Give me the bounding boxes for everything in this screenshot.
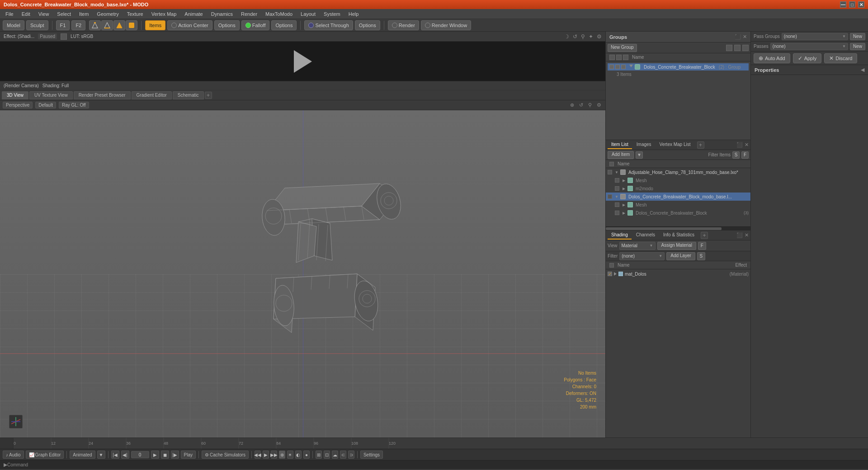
tab-3d-view[interactable]: 3D View <box>2 91 28 99</box>
settings-btn[interactable]: Settings <box>360 451 383 459</box>
close-button[interactable]: ✕ <box>858 1 864 8</box>
vp-icon-3[interactable]: ⚲ <box>586 102 594 109</box>
command-input[interactable] <box>32 461 864 469</box>
pass-groups-new-btn[interactable]: New <box>850 33 865 40</box>
animated-btn[interactable]: Animated <box>70 451 95 459</box>
falloff-options-btn[interactable]: Options <box>271 20 297 30</box>
mat-expand-arrow[interactable] <box>614 272 617 276</box>
vp-icon-1[interactable]: ⊕ <box>568 102 576 109</box>
item-row-mesh-2[interactable]: ▶ Mesh <box>606 201 750 209</box>
f1-btn[interactable]: F1 <box>56 20 70 30</box>
group-item[interactable]: Dolos_Concrete_Breakwater_Block (2) : Gr… <box>608 63 749 70</box>
menu-animate[interactable]: Animate <box>181 10 206 18</box>
tab-info-statistics[interactable]: Info & Statistics <box>660 231 698 240</box>
items-btn[interactable]: Items <box>145 20 165 30</box>
f2-btn[interactable]: F2 <box>71 20 85 30</box>
groups-content[interactable]: Dolos_Concrete_Breakwater_Block (2) : Gr… <box>606 61 750 140</box>
item-vis-toggle[interactable] <box>608 170 612 174</box>
tab-render-preset[interactable]: Render Preset Browser <box>74 91 131 99</box>
assign-material-btn[interactable]: Assign Material <box>657 242 696 250</box>
anim-ctrl-5[interactable]: ⚙ <box>597 33 602 40</box>
item-vis-toggle-m2modo[interactable] <box>615 186 619 191</box>
vp-icon-2[interactable]: ↺ <box>577 102 585 109</box>
pb-icon-10[interactable]: ☁ <box>332 451 338 459</box>
group-vis-icon[interactable] <box>609 55 615 60</box>
pass-groups-select[interactable]: (none) ▼ <box>782 33 848 40</box>
add-item-btn[interactable]: Add Item <box>608 151 634 159</box>
play-label-btn[interactable]: Play <box>181 451 196 459</box>
item-vis-toggle-dolos[interactable] <box>608 194 612 199</box>
passes-new-btn[interactable]: New <box>850 43 865 50</box>
shading-s-btn[interactable]: S <box>697 252 705 260</box>
default-label[interactable]: Default <box>35 102 56 108</box>
sel-face-btn[interactable] <box>113 20 125 30</box>
go-start-btn[interactable]: |◀ <box>111 451 119 459</box>
item-row-dolos[interactable]: ▼ Dolos_Concrete_Breakwater_Block_modo_b… <box>606 193 750 201</box>
tab-vertex-map-list[interactable]: Vertex Map List <box>656 141 694 149</box>
item-row-m2modo[interactable]: ▶ m2modo <box>606 184 750 193</box>
step-fwd-btn[interactable]: |▶ <box>171 451 179 459</box>
group-lock-toggle[interactable] <box>621 65 626 69</box>
pb-icon-8[interactable]: ⊞ <box>316 451 322 459</box>
menu-view[interactable]: View <box>35 10 53 18</box>
tab-item-list[interactable]: Item List <box>608 141 632 149</box>
play-btn-bottom[interactable]: ▶ <box>151 451 159 459</box>
add-shading-tab[interactable]: + <box>701 232 708 239</box>
anim-ctrl-4[interactable]: ✦ <box>589 33 593 40</box>
tab-schematic[interactable]: Schematic <box>173 91 204 99</box>
anim-ctrl-2[interactable]: ↺ <box>573 33 577 40</box>
filter-select[interactable]: (none) ▼ <box>619 252 665 260</box>
pb-icon-9[interactable]: ⊡ <box>324 451 330 459</box>
tab-shading[interactable]: Shading <box>608 231 632 240</box>
menu-render[interactable]: Render <box>237 10 261 18</box>
graph-editor-btn[interactable]: 📈 Graph Editor <box>26 451 64 459</box>
groups-col-icon-2[interactable] <box>734 45 741 51</box>
tab-images[interactable]: Images <box>633 141 655 149</box>
group-vis-toggle[interactable] <box>609 65 614 69</box>
add-layer-btn[interactable]: Add Layer <box>666 252 695 260</box>
animated-dropdown[interactable]: ▼ <box>97 451 105 459</box>
view-select[interactable]: Material ▼ <box>619 242 656 250</box>
item-vis-toggle-mesh2[interactable] <box>615 202 619 207</box>
item-row-mesh-1[interactable]: ▶ Mesh <box>606 176 750 184</box>
anim-ctrl-1[interactable]: ☽ <box>564 33 569 40</box>
item-vis-toggle-dolos-block[interactable] <box>615 211 619 215</box>
tab-channels[interactable]: Channels <box>632 231 659 240</box>
discard-btn[interactable]: ✕ Discard <box>824 53 857 63</box>
items-scrollbar[interactable] <box>606 226 750 230</box>
items-vis-col[interactable] <box>609 162 614 166</box>
pb-icon-11[interactable]: ⊂ <box>340 451 346 459</box>
play-button[interactable] <box>292 50 314 73</box>
shading-panel-expand[interactable]: ⬛ <box>736 232 743 238</box>
groups-close-icon[interactable]: ✕ <box>743 34 747 40</box>
tab-uv-texture[interactable]: UV Texture View <box>29 91 73 99</box>
menu-file[interactable]: File <box>2 10 17 18</box>
viewport-3d[interactable]: No Items Polygons : Face Channels: 0 Def… <box>0 110 605 437</box>
render-btn[interactable]: Render <box>388 20 419 30</box>
shading-vis-col[interactable] <box>609 263 614 268</box>
vp-icon-4[interactable]: ⚙ <box>595 102 603 109</box>
item-expand-1[interactable]: ▼ <box>614 170 619 174</box>
menu-geometry[interactable]: Geometry <box>93 10 122 18</box>
render-window-btn[interactable]: Render Window <box>421 20 471 30</box>
menu-item[interactable]: Item <box>75 10 92 18</box>
sel-vert-btn[interactable] <box>89 20 101 30</box>
mat-row-dolos[interactable]: ✓ mat_Dolos (Material) <box>606 269 750 278</box>
cache-simulators-btn[interactable]: ⚙ Cache Simulators <box>202 451 249 459</box>
item-vis-toggle-mesh1[interactable] <box>615 178 619 183</box>
items-panel-close[interactable]: ✕ <box>745 142 749 148</box>
item-expand-dolos-block[interactable]: ▶ <box>622 211 626 215</box>
menu-vertex-map[interactable]: Vertex Map <box>148 10 180 18</box>
pb-icon-3[interactable]: ▶▶ <box>271 451 277 459</box>
tab-gradient-editor[interactable]: Gradient Editor <box>132 91 172 99</box>
items-scroll-thumb[interactable] <box>606 227 722 230</box>
items-panel-expand[interactable]: ⬛ <box>736 142 743 148</box>
item-expand-m2modo[interactable]: ▶ <box>622 186 626 191</box>
groups-col-icon-3[interactable] <box>742 45 749 51</box>
passes-select[interactable]: (none) ▼ <box>770 43 848 50</box>
falloff-btn[interactable]: Falloff <box>241 20 270 30</box>
pb-icon-7[interactable]: ● <box>303 451 310 459</box>
pb-icon-4[interactable]: ⊕ <box>279 451 285 459</box>
item-expand-mesh2[interactable]: ▶ <box>622 202 626 207</box>
select-through-btn[interactable]: Select Through <box>304 20 353 30</box>
